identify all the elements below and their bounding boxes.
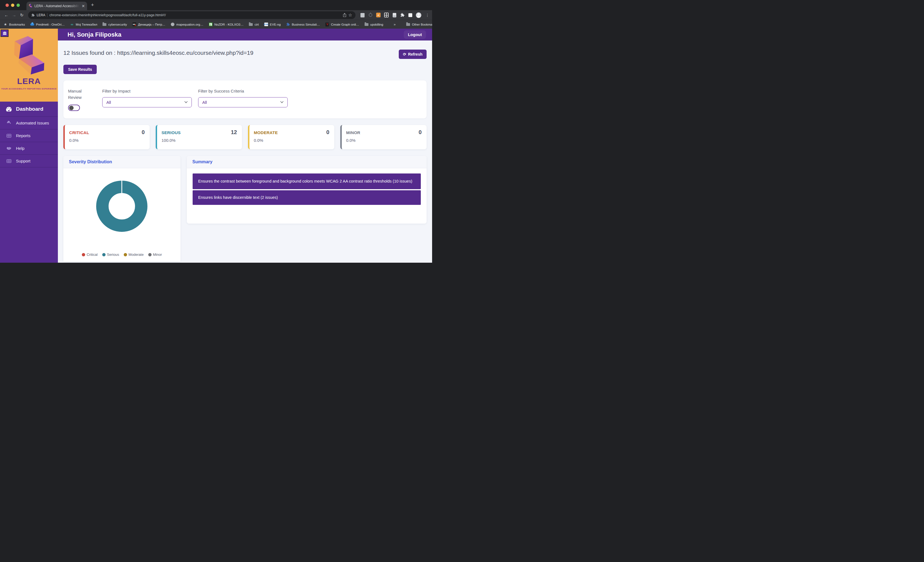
extensions-puzzle-icon[interactable] <box>400 13 405 18</box>
impact-filter-label: Filter by Impact <box>102 88 192 94</box>
sidebar-item-reports[interactable]: Reports <box>0 129 58 142</box>
folder-icon <box>249 22 253 27</box>
bookmarks-bar: ★ Bookmarks Predmeti - OneDri… ∞ Мој Тел… <box>0 20 432 28</box>
legend-dot <box>124 253 127 256</box>
bookmark-item[interactable]: ★ Bookmarks <box>3 22 25 27</box>
table-extension-icon[interactable] <box>360 13 365 18</box>
sidebar-nav: Dashboard Automated Issues Reports Help … <box>0 102 58 167</box>
summary-panel-title: Summary <box>192 160 213 164</box>
bookmark-item[interactable]: cybersecurity <box>102 22 127 27</box>
url-text[interactable]: chrome-extension://neninfnjnhknniefcpogn… <box>50 13 340 17</box>
bookmark-item[interactable]: Z NoZDR - KOLXO3… <box>208 22 244 27</box>
globe-icon <box>171 22 175 27</box>
v-site-icon: V <box>325 22 329 27</box>
share-nodes-extension-icon[interactable]: < <box>376 13 381 18</box>
mk-site-icon: МК <box>132 22 136 27</box>
sidebar: LERA YOUR ACCESSIBILITY REPORTING EXPERI… <box>0 28 58 263</box>
profile-avatar[interactable] <box>416 12 422 18</box>
wrench-icon <box>6 121 12 125</box>
bookmark-item[interactable]: Business Simulati… <box>286 22 320 27</box>
address-bar[interactable]: LERA chrome-extension://neninfnjnhknnief… <box>28 11 356 19</box>
chevron-down-icon <box>184 101 188 103</box>
minimize-window-button[interactable] <box>11 4 14 7</box>
handshake-icon <box>6 146 12 150</box>
hamburger-icon <box>3 31 7 35</box>
sidebar-collapse-button[interactable] <box>0 30 9 37</box>
bookmark-star-icon[interactable]: ☆ <box>348 12 352 18</box>
other-bookmarks[interactable]: Other Bookmarks <box>406 22 432 27</box>
tab-close-icon[interactable]: ✕ <box>82 4 85 8</box>
refresh-icon: ⟳ <box>403 52 406 57</box>
onedrive-icon <box>30 22 34 27</box>
browser-menu-icon[interactable]: ⋮ <box>426 13 429 17</box>
lera-logo <box>14 36 44 75</box>
legend-dot <box>82 253 85 256</box>
toggle-knob <box>69 106 74 110</box>
extension-icons: < ⋮ <box>360 12 429 18</box>
criteria-filter-select[interactable]: All <box>198 97 288 108</box>
severity-donut-chart: Critical Serious Moderate Minor <box>63 168 180 257</box>
legend-item: Moderate <box>124 253 144 257</box>
sidebar-item-automated-issues[interactable]: Automated Issues <box>0 117 58 129</box>
severity-panel-title: Severity Distribution <box>69 160 112 164</box>
chart-legend: Critical Serious Moderate Minor <box>63 253 180 257</box>
side-panel-icon[interactable] <box>408 13 413 18</box>
folder-icon <box>102 22 106 27</box>
back-icon[interactable]: ← <box>3 13 10 17</box>
stat-card-moderate: MODERATE 0 0.0% <box>248 125 334 149</box>
page-title: 12 Issues found on : https://learning.sk… <box>63 49 253 56</box>
stopwatch-extension-icon[interactable] <box>368 13 373 18</box>
save-results-button[interactable]: Save Results <box>63 65 97 74</box>
stat-card-critical: CRITICAL 0 0.0% <box>63 125 150 149</box>
new-tab-button[interactable]: + <box>91 2 94 7</box>
sidebar-item-help[interactable]: Help <box>0 142 58 155</box>
bookmarks-overflow-icon[interactable]: » <box>394 22 396 27</box>
summary-bar[interactable]: Ensures links have discernible text (2 i… <box>193 190 421 205</box>
share-icon[interactable] <box>343 13 346 17</box>
qr-extension-icon[interactable] <box>384 13 389 18</box>
bookmark-item[interactable]: МК Дениција – Петр… <box>132 22 165 27</box>
legend-dot <box>148 253 152 256</box>
stat-card-minor: MINOR 0 0.0% <box>340 125 427 149</box>
forward-icon[interactable]: → <box>10 13 18 17</box>
bookmark-item[interactable]: EVE EVE-ng <box>264 22 281 27</box>
extension-puzzle-icon <box>32 13 35 17</box>
window-controls[interactable] <box>6 4 20 7</box>
bookmark-item[interactable]: cirt <box>249 22 259 27</box>
table-icon <box>6 159 12 163</box>
bookmark-item[interactable]: V Create Graph onli… <box>325 22 359 27</box>
legend-item: Critical <box>82 253 98 257</box>
bookmark-item[interactable]: upskilling <box>364 22 383 27</box>
legend-item: Minor <box>148 253 162 257</box>
logo-wordmark: LERA <box>0 76 58 86</box>
browser-toolbar: ← → ↻ LERA chrome-extension://neninfnjnh… <box>0 10 432 20</box>
filter-panel: Manual Review Filter by Impact All <box>63 81 427 118</box>
gauge-icon <box>6 106 12 112</box>
document-extension-icon[interactable] <box>392 13 397 18</box>
bookmark-item[interactable]: mapequation.org… <box>171 22 203 27</box>
extension-name-label: LERA <box>37 13 45 17</box>
close-window-button[interactable] <box>6 4 9 7</box>
bookmark-item[interactable]: ∞ Мој Телекабел <box>70 22 97 27</box>
summary-panel: Summary Ensures the contrast between for… <box>187 156 427 224</box>
summary-bar[interactable]: Ensures the contrast between foreground … <box>193 173 421 189</box>
legend-dot <box>102 253 105 256</box>
logout-button[interactable]: Logout <box>404 30 426 39</box>
reload-icon[interactable]: ↻ <box>18 13 26 18</box>
sidebar-item-dashboard[interactable]: Dashboard <box>0 102 58 117</box>
stat-card-serious: SERIOUS 12 100.0% <box>156 125 242 149</box>
refresh-button[interactable]: ⟳ Refresh <box>399 49 427 59</box>
chevron-down-icon <box>280 101 284 103</box>
folder-icon <box>364 22 369 27</box>
puzzle-blue-icon <box>286 22 290 27</box>
impact-filter-select[interactable]: All <box>102 97 192 108</box>
manual-review-toggle[interactable] <box>68 105 80 111</box>
z-site-icon: Z <box>208 22 213 27</box>
table-icon <box>6 134 12 138</box>
bookmark-item[interactable]: Predmeti - OneDri… <box>30 22 65 27</box>
browser-tab[interactable]: LERA - Automated Accessibility ✕ <box>27 1 87 10</box>
sidebar-item-support[interactable]: Support <box>0 155 58 167</box>
tab-title: LERA - Automated Accessibility <box>34 4 80 8</box>
zoom-window-button[interactable] <box>16 4 20 7</box>
logo-block: LERA YOUR ACCESSIBILITY REPORTING EXPERI… <box>0 28 58 102</box>
